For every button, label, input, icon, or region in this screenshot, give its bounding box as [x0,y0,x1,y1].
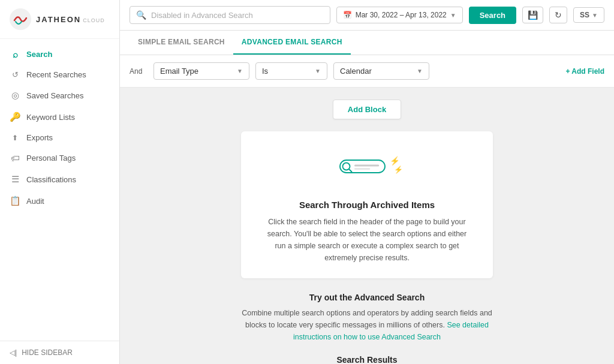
add-block-button[interactable]: Add Block [333,100,401,119]
sidebar-item-label-keyword: Keyword Lists [26,113,75,122]
search-results-section: Search Results Search results will be pr… [241,355,493,364]
keyword-nav-icon: 🔑 [10,112,20,122]
sidebar: JATHEON CLOUD ⌕ Search ↺ Recent Searches… [0,0,120,364]
refresh-icon: ↻ [555,10,562,20]
calendar-icon: 📅 [343,11,352,19]
conjunction-label: And [130,67,148,76]
content-area: SIMPLE EMAIL SEARCH ADVANCED EMAIL SEARC… [120,31,614,364]
hide-sidebar-icon: ◁| [10,348,17,357]
sidebar-item-search[interactable]: ⌕ Search [0,44,119,65]
svg-rect-4 [354,165,379,167]
search-illustration-svg: ⚡ ⚡ [331,148,403,190]
sidebar-item-tags[interactable]: 🏷 Personal Tags [0,148,119,169]
audit-nav-icon: 📋 [10,195,20,206]
sidebar-item-label-tags: Personal Tags [26,154,76,163]
add-field-button[interactable]: + Add Field [565,67,604,76]
value-select-label: Calendar [340,67,372,76]
advanced-search-title: Try out the Advanced Search [241,293,493,302]
avatar-initials: SS [580,11,589,19]
search-results-title: Search Results [241,355,493,364]
value-select-chevron: ▼ [417,68,423,74]
advanced-search-body: Combine multiple search options and oper… [241,307,493,343]
logo-text: JATHEON [36,15,81,24]
sidebar-item-label-exports: Exports [26,133,53,142]
sidebar-item-audit[interactable]: 📋 Audit [0,190,119,212]
info-card-body: Click the search field in the header of … [263,216,471,264]
logo-area: JATHEON CLOUD [0,0,119,39]
tags-nav-icon: 🏷 [10,153,20,163]
field-select-label: Email Type [160,67,198,76]
search-bar-icon: 🔍 [136,10,146,20]
operator-select-label: Is [262,67,268,76]
search-tabs: SIMPLE EMAIL SEARCH ADVANCED EMAIL SEARC… [120,31,614,55]
tab-simple-email-search[interactable]: SIMPLE EMAIL SEARCH [130,31,233,55]
sidebar-item-exports[interactable]: ⬆ Exports [0,128,119,148]
search-bar[interactable]: 🔍 Disabled in Advanced Search [130,6,330,24]
sidebar-item-classifications[interactable]: ☰ Classifications [0,169,119,190]
sidebar-item-label-saved: Saved Searches [26,91,83,100]
svg-text:⚡: ⚡ [390,156,400,166]
save-icon: 💾 [528,10,538,20]
sidebar-item-recent[interactable]: ↺ Recent Searches [0,65,119,85]
field-select-chevron: ▼ [237,68,243,74]
header: 🔍 Disabled in Advanced Search 📅 Mar 30, … [120,0,614,31]
recent-nav-icon: ↺ [10,70,20,79]
search-button[interactable]: Search [469,7,516,24]
date-range-chevron: ▼ [450,12,456,19]
refresh-button[interactable]: ↻ [549,7,567,23]
date-range-value: Mar 30, 2022 – Apr 13, 2022 [356,11,447,19]
content-body: Add Block ⚡ ⚡ [120,88,614,364]
search-nav-icon: ⌕ [10,49,20,59]
hide-sidebar-label: HIDE SIDEBAR [22,348,73,357]
svg-text:⚡: ⚡ [394,165,403,174]
logo-cloud: CLOUD [83,17,105,23]
user-avatar-btn[interactable]: SS ▼ [573,7,604,23]
exports-nav-icon: ⬆ [10,134,20,142]
logo-icon [10,8,31,30]
advanced-search-section: Try out the Advanced Search Combine mult… [241,293,493,343]
save-search-button[interactable]: 💾 [522,7,543,23]
field-select[interactable]: Email Type ▼ [154,62,249,80]
sidebar-item-keyword[interactable]: 🔑 Keyword Lists [0,106,119,128]
info-card: ⚡ ⚡ Search Through Archived Items Click … [241,131,493,278]
sidebar-item-label-audit: Audit [26,197,44,206]
sidebar-item-label-classifications: Classifications [26,175,76,184]
sidebar-item-label-recent: Recent Searches [26,70,86,79]
sidebar-nav: ⌕ Search ↺ Recent Searches ◎ Saved Searc… [0,39,119,341]
card-illustration: ⚡ ⚡ [263,148,471,190]
advanced-search-row: And Email Type ▼ Is ▼ Calendar ▼ + Add F… [120,55,614,88]
svg-rect-5 [354,169,370,170]
hide-sidebar-btn[interactable]: ◁| HIDE SIDEBAR [0,341,119,364]
sidebar-item-label-search: Search [26,50,52,59]
operator-select[interactable]: Is ▼ [255,62,327,80]
classifications-nav-icon: ☰ [10,174,20,185]
search-placeholder-text: Disabled in Advanced Search [151,11,253,20]
date-range-picker[interactable]: 📅 Mar 30, 2022 – Apr 13, 2022 ▼ [336,7,463,23]
main-content: 🔍 Disabled in Advanced Search 📅 Mar 30, … [120,0,614,364]
value-select[interactable]: Calendar ▼ [333,62,429,80]
sidebar-item-saved[interactable]: ◎ Saved Searches [0,85,119,106]
add-block-container: Add Block [130,100,604,119]
tab-advanced-email-search[interactable]: ADVANCED EMAIL SEARCH [233,31,351,55]
operator-select-chevron: ▼ [315,68,321,74]
avatar-chevron: ▼ [592,12,598,19]
info-card-title: Search Through Archived Items [263,200,471,210]
saved-nav-icon: ◎ [10,90,20,101]
